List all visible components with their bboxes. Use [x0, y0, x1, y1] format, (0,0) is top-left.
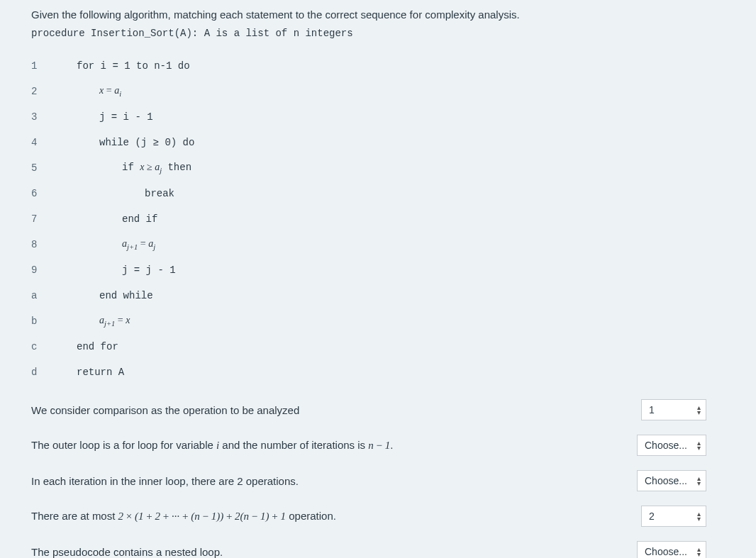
line-number: 5: [31, 155, 57, 181]
line-number: b: [31, 308, 57, 334]
code-line: 5if x ≥ aj then: [31, 155, 194, 181]
code-line: aend while: [31, 283, 194, 308]
sequence-select[interactable]: 1: [641, 399, 706, 420]
sequence-select-wrap: Choose...▴ ▾: [637, 470, 706, 491]
code-line: 2x = ai: [31, 79, 194, 104]
statement-row: The outer loop is a for loop for variabl…: [31, 435, 706, 456]
statement-text: We consider comparison as the operation …: [31, 404, 613, 416]
sequence-select-wrap: 1▴ ▾: [641, 399, 706, 420]
line-number: 7: [31, 206, 57, 232]
code-text: for i = 1 to n-1 do: [57, 53, 194, 79]
code-text: break: [57, 181, 194, 206]
code-text: aj+1 = x: [57, 308, 194, 334]
line-number: 9: [31, 257, 57, 283]
code-line: baj+1 = x: [31, 308, 194, 334]
code-text: j = j - 1: [57, 257, 194, 283]
code-text: aj+1 = aj: [57, 232, 194, 257]
line-number: 8: [31, 232, 57, 257]
statement-row: The pseudocode contains a nested loop.Ch…: [31, 541, 706, 558]
code-text: end while: [57, 283, 194, 308]
code-line: 9j = j - 1: [31, 257, 194, 283]
code-line: 4while (j ≥ 0) do: [31, 130, 194, 155]
code-text: return A: [57, 359, 194, 385]
question-container: Given the following algorithm, matching …: [0, 0, 738, 558]
line-number: d: [31, 359, 57, 385]
code-text: if x ≥ aj then: [57, 155, 194, 181]
code-line: 8aj+1 = aj: [31, 232, 194, 257]
code-text: j = i - 1: [57, 104, 194, 130]
sequence-select-wrap: Choose...▴ ▾: [637, 541, 706, 558]
line-number: 4: [31, 130, 57, 155]
line-number: a: [31, 283, 57, 308]
code-line: 1for i = 1 to n-1 do: [31, 53, 194, 79]
code-line: cend for: [31, 334, 194, 359]
statement-text: The pseudocode contains a nested loop.: [31, 546, 608, 558]
sequence-select[interactable]: Choose...: [637, 470, 706, 491]
statement-row: In each iteration in the inner loop, the…: [31, 470, 706, 491]
code-line: 3j = i - 1: [31, 104, 194, 130]
code-listing: 1for i = 1 to n-1 do2x = ai3j = i - 14wh…: [31, 53, 194, 385]
sequence-select-wrap: 2▴ ▾: [641, 506, 706, 527]
line-number: 1: [31, 53, 57, 79]
code-line: 7end if: [31, 206, 194, 232]
line-number: 2: [31, 79, 57, 104]
statement-row: There are at most 2 × (1 + 2 + ··· + (n …: [31, 506, 706, 527]
code-line: dreturn A: [31, 359, 194, 385]
sequence-select[interactable]: Choose...: [637, 435, 706, 456]
sequence-select[interactable]: 2: [641, 506, 706, 527]
question-intro: Given the following algorithm, matching …: [31, 9, 706, 21]
procedure-signature: procedure Insertion_Sort(A): A is a list…: [31, 28, 706, 39]
statement-row: We consider comparison as the operation …: [31, 399, 706, 420]
code-text: x = ai: [57, 79, 194, 104]
sequence-select-wrap: Choose...▴ ▾: [637, 435, 706, 456]
statement-text: The outer loop is a for loop for variabl…: [31, 439, 608, 452]
code-line: 6break: [31, 181, 194, 206]
statement-text: There are at most 2 × (1 + 2 + ··· + (n …: [31, 510, 613, 523]
statement-text: In each iteration in the inner loop, the…: [31, 475, 608, 487]
line-number: 3: [31, 104, 57, 130]
code-text: end for: [57, 334, 194, 359]
line-number: 6: [31, 181, 57, 206]
code-text: while (j ≥ 0) do: [57, 130, 194, 155]
line-number: c: [31, 334, 57, 359]
sequence-select[interactable]: Choose...: [637, 541, 706, 558]
code-text: end if: [57, 206, 194, 232]
